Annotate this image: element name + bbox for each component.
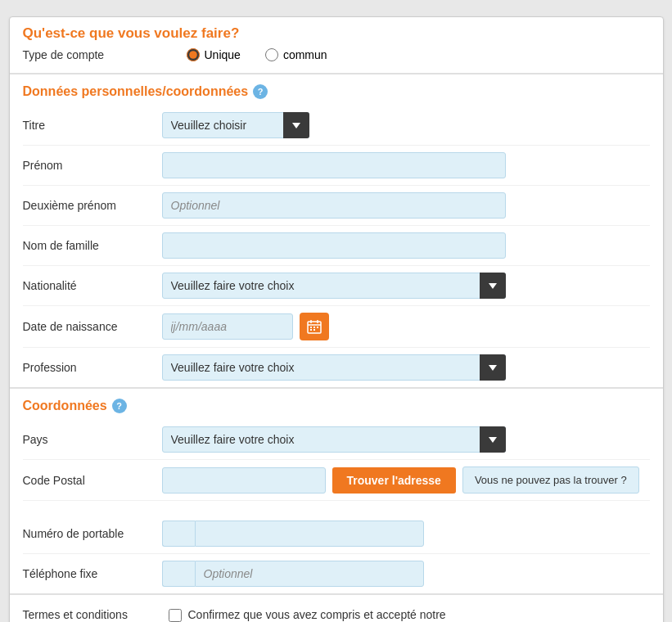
find-address-button[interactable]: Trouver l'adresse bbox=[332, 467, 456, 494]
deuxieme-prenom-input[interactable] bbox=[162, 192, 506, 219]
portable-row: Numéro de portable bbox=[23, 514, 650, 554]
terms-row: Termes et conditions Confirmez que vous … bbox=[23, 606, 650, 622]
date-naissance-input[interactable] bbox=[162, 313, 293, 340]
svg-rect-6 bbox=[317, 327, 318, 328]
deuxieme-prenom-label: Deuxième prénom bbox=[23, 199, 162, 212]
radio-commun-label: commun bbox=[283, 48, 327, 61]
personal-section-title: Données personnelles/coordonnées bbox=[23, 84, 249, 99]
calendar-button[interactable] bbox=[300, 313, 329, 340]
nationalite-row: Nationalité Veuillez faire votre choix F… bbox=[23, 266, 650, 306]
terms-text: Confirmez que vous avez compris et accep… bbox=[188, 606, 446, 622]
code-postal-input[interactable] bbox=[162, 467, 326, 494]
calendar-icon bbox=[307, 319, 322, 334]
pays-control: Veuillez faire votre choix France Belgiq… bbox=[162, 426, 650, 453]
account-type-label: Type de compte bbox=[23, 48, 162, 61]
profession-select[interactable]: Veuillez faire votre choix Salarié Indép… bbox=[162, 354, 506, 381]
pays-row: Pays Veuillez faire votre choix France B… bbox=[23, 420, 650, 460]
fixe-prefix-input[interactable] bbox=[162, 561, 195, 587]
nom-famille-label: Nom de famille bbox=[23, 239, 162, 252]
terms-label: Termes et conditions bbox=[23, 606, 162, 621]
terms-content: Confirmez que vous avez compris et accep… bbox=[169, 606, 446, 622]
terms-section: Termes et conditions Confirmez que vous … bbox=[10, 595, 663, 622]
terms-text-before: Confirmez que vous avez compris et accep… bbox=[188, 608, 446, 621]
code-postal-row: Code Postal Trouver l'adresse Vous ne po… bbox=[23, 460, 650, 501]
titre-row: Titre Veuillez choisir M. Mme Mlle bbox=[23, 106, 650, 146]
radio-unique-label: Unique bbox=[205, 48, 241, 61]
telephone-fixe-row: Téléphone fixe bbox=[23, 554, 650, 593]
pays-select[interactable]: Veuillez faire votre choix France Belgiq… bbox=[162, 426, 506, 453]
titre-select-wrapper[interactable]: Veuillez choisir M. Mme Mlle bbox=[162, 112, 309, 138]
cant-find-button[interactable]: Vous ne pouvez pas la trouver ? bbox=[462, 466, 639, 494]
titre-select[interactable]: Veuillez choisir M. Mme Mlle bbox=[162, 112, 309, 138]
nationalite-label: Nationalité bbox=[23, 279, 162, 292]
nom-famille-control bbox=[162, 232, 650, 259]
deuxieme-prenom-control bbox=[162, 192, 650, 219]
nom-famille-row: Nom de famille bbox=[23, 226, 650, 266]
nom-famille-input[interactable] bbox=[162, 232, 506, 259]
profession-select-wrapper[interactable]: Veuillez faire votre choix Salarié Indép… bbox=[162, 354, 506, 381]
code-postal-label: Code Postal bbox=[23, 474, 162, 487]
radio-commun-input[interactable] bbox=[265, 48, 278, 61]
profession-row: Profession Veuillez faire votre choix Sa… bbox=[23, 348, 650, 387]
radio-commun[interactable]: commun bbox=[265, 48, 327, 61]
portable-number-input[interactable] bbox=[195, 521, 424, 547]
fixe-phone-wrapper bbox=[162, 561, 424, 587]
personal-form-section: Titre Veuillez choisir M. Mme Mlle Préno… bbox=[10, 106, 663, 389]
prenom-label: Prénom bbox=[23, 159, 162, 172]
main-question: Qu'est-ce que vous voulez faire? bbox=[23, 25, 650, 42]
date-naissance-label: Date de naissance bbox=[23, 320, 162, 333]
prenom-control bbox=[162, 152, 650, 178]
nationalite-control: Veuillez faire votre choix Française Bel… bbox=[162, 273, 650, 299]
terms-checkbox[interactable] bbox=[169, 609, 182, 622]
date-naissance-control bbox=[162, 313, 650, 340]
prenom-row: Prénom bbox=[23, 146, 650, 186]
profession-label: Profession bbox=[23, 361, 162, 374]
nationalite-select-wrapper[interactable]: Veuillez faire votre choix Française Bel… bbox=[162, 273, 506, 299]
spacer-row bbox=[23, 501, 650, 514]
svg-rect-8 bbox=[313, 329, 315, 331]
pays-select-wrapper[interactable]: Veuillez faire votre choix France Belgiq… bbox=[162, 426, 506, 453]
code-postal-control: Trouver l'adresse Vous ne pouvez pas la … bbox=[162, 466, 650, 494]
portable-control bbox=[162, 521, 650, 547]
telephone-fixe-label: Téléphone fixe bbox=[23, 567, 162, 580]
telephone-fixe-control bbox=[162, 561, 650, 587]
date-naissance-row: Date de naissance bbox=[23, 306, 650, 348]
svg-rect-7 bbox=[310, 329, 312, 331]
deuxieme-prenom-row: Deuxième prénom bbox=[23, 186, 650, 226]
titre-label: Titre bbox=[23, 119, 162, 132]
titre-control: Veuillez choisir M. Mme Mlle bbox=[162, 112, 650, 138]
coordonnees-form-section: Pays Veuillez faire votre choix France B… bbox=[10, 420, 663, 595]
coordonnees-section-header: Coordonnées ? bbox=[10, 389, 663, 420]
personal-help-icon[interactable]: ? bbox=[253, 84, 268, 99]
fixe-number-input[interactable] bbox=[195, 561, 424, 587]
pays-label: Pays bbox=[23, 433, 162, 446]
personal-section-header: Données personnelles/coordonnées ? bbox=[10, 74, 663, 106]
nationalite-select[interactable]: Veuillez faire votre choix Française Bel… bbox=[162, 273, 506, 299]
coordonnees-help-icon[interactable]: ? bbox=[112, 399, 127, 413]
prenom-input[interactable] bbox=[162, 152, 506, 178]
radio-unique[interactable]: Unique bbox=[187, 48, 241, 61]
portable-phone-wrapper bbox=[162, 521, 424, 547]
svg-rect-4 bbox=[310, 327, 312, 328]
profession-control: Veuillez faire votre choix Salarié Indép… bbox=[162, 354, 650, 381]
svg-rect-5 bbox=[313, 327, 315, 328]
portable-label: Numéro de portable bbox=[23, 527, 162, 540]
portable-prefix-input[interactable] bbox=[162, 521, 195, 547]
coordonnees-section-title: Coordonnées bbox=[23, 399, 107, 413]
radio-unique-input[interactable] bbox=[187, 48, 200, 61]
